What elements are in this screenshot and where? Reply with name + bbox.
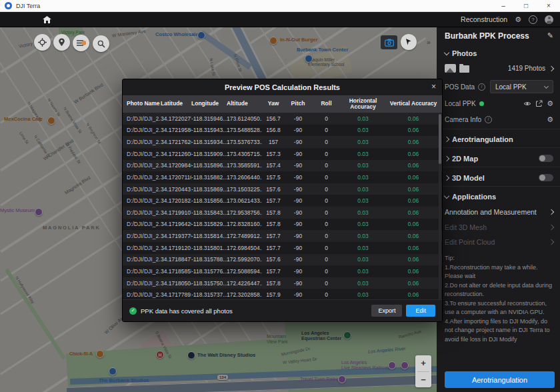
- pos-table-body: D:/DJI/DJI_2...34.17220277...-118.315946…: [123, 113, 442, 301]
- cursor-icon: [405, 39, 412, 46]
- project-title: Burbank PPK Process: [445, 31, 529, 41]
- app-item-annotation[interactable]: Annotation and Measurement: [445, 206, 553, 217]
- info-icon[interactable]: i: [478, 83, 485, 91]
- zoom-in-button[interactable]: +: [415, 355, 431, 371]
- mode-label[interactable]: Reconstruction: [461, 15, 507, 23]
- eye-icon[interactable]: [523, 101, 531, 107]
- section-aerotriangulation[interactable]: Aerotriangulation: [445, 133, 553, 145]
- table-row[interactable]: D:/DJI/DJI_2...34.17185855...-118.315776…: [123, 265, 442, 277]
- zoom-out-button[interactable]: −: [415, 372, 431, 388]
- photos-count: 1419 Photos: [508, 65, 545, 72]
- layers-button[interactable]: [73, 35, 89, 51]
- dialog-footer: ✓ PPK data has covered all photos Export…: [123, 299, 442, 321]
- cursor-mode-button[interactable]: [401, 34, 417, 50]
- ppk-settings-gear-icon[interactable]: ⚙: [547, 100, 553, 107]
- table-row[interactable]: D:/DJI/DJI_2...34.17201823...-118.315856…: [123, 195, 442, 207]
- ppk-status-dot: [479, 101, 484, 106]
- table-header: Photo Name Latitude Longitude Altitude Y…: [123, 95, 442, 113]
- pos-data-value: Local PPK: [495, 83, 527, 91]
- tip-text: Tip: 1.Reconstruction may take a while. …: [445, 254, 555, 344]
- 2d-map-toggle[interactable]: [539, 155, 553, 162]
- dialog-title: Preview POS Calculation Results: [123, 79, 442, 96]
- table-row[interactable]: D:/DJI/DJI_2...34.17193776...-118.315814…: [123, 230, 442, 242]
- dji-terra-window: DJI Terra – □ × Reconstruction ⚙ ?: [0, 0, 560, 392]
- screenshot-button[interactable]: [381, 35, 397, 49]
- table-row[interactable]: D:/DJI/DJI_2...34.17196420...-118.315829…: [123, 219, 442, 231]
- app-item-edit-point-cloud[interactable]: Edit Point Cloud: [445, 236, 553, 247]
- home-button[interactable]: [38, 13, 55, 26]
- annotation-measurement-label: Annotation and Measurement: [445, 208, 537, 216]
- chevron-right-icon: [549, 209, 554, 214]
- 2d-map-label: 2D Map: [452, 155, 478, 163]
- table-row[interactable]: D:/DJI/DJI_2...34.17217626...-118.315934…: [123, 136, 442, 148]
- top-toolbar: Reconstruction ⚙ ?: [0, 12, 560, 27]
- search-button[interactable]: [93, 35, 109, 52]
- applications-label: Applications: [452, 193, 496, 201]
- chevron-right-icon: [549, 239, 554, 244]
- photos-section-header[interactable]: Photos: [445, 47, 553, 59]
- col-photo-name: Photo Name: [123, 101, 161, 107]
- image-icon[interactable]: [445, 64, 456, 73]
- table-row[interactable]: D:/DJI/DJI_2...34.17180504...-118.315750…: [123, 277, 442, 289]
- table-row[interactable]: D:/DJI/DJI_2...34.17199107...-118.315843…: [123, 207, 442, 219]
- app-item-edit-3d-mesh[interactable]: Edit 3D Mesh: [445, 221, 553, 233]
- folder-icon[interactable]: [459, 65, 469, 73]
- title-bar: DJI Terra – □ ×: [0, 0, 560, 12]
- table-row[interactable]: D:/DJI/DJI_2...34.17191201...-118.315801…: [123, 242, 442, 254]
- section-3d-model[interactable]: 3D Model: [445, 172, 553, 183]
- chevron-right-icon: [444, 155, 449, 161]
- maximize-button[interactable]: □: [515, 0, 537, 11]
- export-button[interactable]: Export: [371, 305, 402, 317]
- table-row[interactable]: D:/DJI/DJI_2...34.17220277...-118.315946…: [123, 113, 442, 125]
- table-row[interactable]: D:/DJI/DJI_2...34.17209846...-118.315896…: [123, 160, 442, 172]
- user-avatar[interactable]: [545, 15, 553, 24]
- right-sidebar: Burbank PPK Process ✎ Photos 1419 Photos…: [437, 27, 560, 392]
- 3d-model-toggle[interactable]: [539, 174, 553, 181]
- camera-settings-gear-icon[interactable]: ⚙: [547, 116, 553, 123]
- edit-project-icon[interactable]: ✎: [547, 31, 553, 40]
- home-icon: [43, 16, 51, 23]
- scrollbar-thumb[interactable]: [439, 114, 441, 164]
- local-ppk-label: Local PPK: [445, 100, 476, 107]
- edit-button[interactable]: Edit: [406, 305, 435, 317]
- sidebar-collapse-icon[interactable]: »: [427, 39, 431, 46]
- section-applications[interactable]: Applications: [445, 191, 553, 202]
- chevron-right-icon: [444, 136, 449, 141]
- col-horizontal-accuracy: Horizontal Accuracy: [341, 98, 385, 111]
- photos-section-label: Photos: [452, 49, 477, 57]
- info-icon[interactable]: i: [485, 116, 492, 123]
- minimize-button[interactable]: –: [492, 0, 515, 11]
- pos-data-dropdown[interactable]: Local PPK: [490, 80, 553, 93]
- chevron-right-icon: [549, 65, 554, 71]
- close-button[interactable]: ×: [537, 0, 560, 11]
- col-yaw: Yaw: [262, 101, 285, 107]
- camera-icon: [385, 39, 394, 47]
- dialog-close-icon[interactable]: ×: [431, 83, 436, 91]
- col-pitch: Pitch: [285, 101, 311, 107]
- locate-button[interactable]: [34, 34, 51, 51]
- dji-logo-icon: [5, 2, 12, 9]
- section-2d-map[interactable]: 2D Map: [445, 153, 553, 164]
- settings-gear-icon[interactable]: ⚙: [515, 16, 521, 23]
- col-roll: Roll: [311, 101, 341, 107]
- table-scrollbar[interactable]: [439, 114, 441, 299]
- export-share-icon[interactable]: [535, 100, 543, 107]
- chevron-down-icon: [444, 193, 449, 198]
- chevron-right-icon: [549, 224, 554, 229]
- photos-count-link[interactable]: 1419 Photos: [508, 65, 553, 72]
- help-icon[interactable]: ?: [529, 15, 537, 24]
- pin-button[interactable]: [53, 34, 70, 51]
- table-row[interactable]: D:/DJI/DJI_2...34.17207110...-118.315882…: [123, 171, 442, 183]
- table-row[interactable]: D:/DJI/DJI_2...34.17212608...-118.315909…: [123, 148, 442, 160]
- aerotriangulation-label: Aerotriangulation: [452, 135, 513, 143]
- edit-3d-mesh-label: Edit 3D Mesh: [445, 223, 487, 231]
- table-row[interactable]: D:/DJI/DJI_2...34.17219586...-118.315943…: [123, 125, 442, 137]
- window-title: DJI Terra: [16, 3, 40, 9]
- col-altitude: Altitude: [227, 101, 262, 107]
- layer-list-icon: [76, 39, 86, 47]
- ppk-status-text: PPK data has covered all photos: [141, 307, 233, 315]
- table-row[interactable]: D:/DJI/DJI_2...34.17204431...-118.315869…: [123, 183, 442, 195]
- col-vertical-accuracy: Vertical Accuracy: [385, 101, 442, 107]
- aerotriangulation-button[interactable]: Aerotriangulation: [445, 371, 555, 388]
- table-row[interactable]: D:/DJI/DJI_2...34.17188477...-118.315788…: [123, 254, 442, 266]
